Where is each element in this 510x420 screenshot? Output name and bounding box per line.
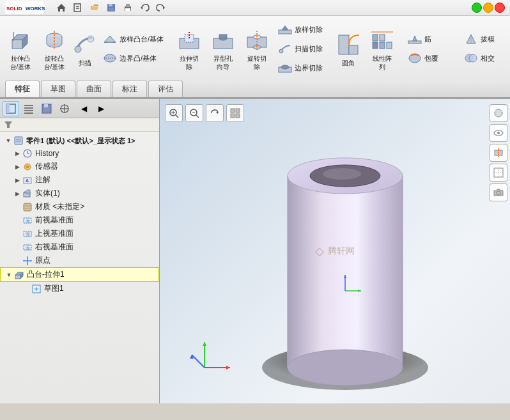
undo-button[interactable] [137, 0, 152, 15]
right-plane-icon: 面 [22, 242, 33, 253]
loft-group: 放样凸台/基体 边界凸/基体 [99, 23, 167, 74]
revolve-boss-icon [42, 27, 67, 53]
svg-rect-36 [219, 35, 227, 38]
tree-front-plane-item[interactable]: ▶ 面 前视基准面 [0, 214, 159, 227]
svg-rect-12 [125, 8, 130, 11]
tree-root-item[interactable]: ▼ 零件1 (默认) <<默认>_显示状态 1> [0, 134, 159, 147]
panel-back-button[interactable]: ◀ [75, 101, 92, 116]
3d-viewport[interactable]: ◇ 腾轩网 [160, 99, 510, 403]
svg-text:面: 面 [26, 232, 30, 237]
sensor-icon [22, 162, 33, 172]
svg-marker-28 [104, 36, 116, 42]
tree-right-plane-item[interactable]: ▶ 面 右视基准面 [0, 240, 159, 254]
minimize-button[interactable] [472, 3, 482, 13]
extrude-boss-icon [8, 27, 33, 53]
annotation-icon: A [22, 175, 33, 185]
svg-point-60 [469, 54, 477, 62]
svg-point-91 [26, 166, 29, 168]
hole-wizard-button[interactable]: 异型孔向导 [206, 23, 240, 74]
svg-rect-72 [6, 104, 10, 113]
save-button[interactable] [104, 0, 119, 15]
intersect-button[interactable]: 相交 [460, 49, 510, 67]
hole-wizard-label: 异型孔向导 [213, 54, 233, 71]
fillet-label: 圆角 [342, 59, 355, 67]
sketch1-icon [31, 284, 42, 294]
revolve-cut-button[interactable]: 旋转切除 [240, 23, 274, 74]
filter-icon [4, 120, 13, 129]
sweep-cut-button[interactable]: 扫描切除 [274, 40, 327, 58]
maximize-button[interactable] [483, 3, 493, 13]
panel-list-button[interactable] [20, 101, 37, 116]
tree-top-plane-item[interactable]: ▶ 面 上视基准面 [0, 227, 159, 240]
extrude-cut-label: 拉伸切除 [180, 54, 199, 71]
new-button[interactable] [70, 0, 86, 15]
print-button[interactable] [120, 0, 135, 15]
tree-annotation-item[interactable]: ▶ A 注解 [0, 173, 159, 187]
svg-rect-50 [387, 42, 392, 49]
boundary-cut-button[interactable]: 边界切除 [274, 59, 327, 77]
svg-rect-8 [109, 4, 112, 6]
tab-surface[interactable]: 曲面 [77, 81, 111, 97]
svg-marker-42 [282, 26, 288, 30]
panel-nav-buttons: ◀ ▶ [75, 101, 109, 116]
svg-marker-144 [226, 366, 230, 369]
tree-origin-item[interactable]: ▶ 原点 [0, 254, 159, 267]
panel-forward-button[interactable]: ▶ [93, 101, 109, 116]
svg-rect-46 [339, 35, 349, 54]
tree-solid-item[interactable]: ▶ 实体(1) [0, 187, 159, 200]
tree-sensor-item[interactable]: ▶ 传感器 [0, 160, 159, 173]
window-controls [472, 3, 505, 13]
svg-rect-48 [373, 42, 378, 49]
svg-rect-15 [12, 40, 22, 49]
rib-button[interactable]: 筋 [404, 30, 455, 48]
loft-button[interactable]: 放样凸台/基体 [99, 30, 167, 48]
svg-marker-146 [203, 342, 206, 346]
linear-pattern-button[interactable]: 线性阵列 [366, 23, 399, 74]
top-plane-icon: 面 [22, 229, 33, 239]
svg-marker-55 [413, 36, 417, 41]
svg-rect-54 [408, 41, 421, 43]
wrap-icon [408, 51, 422, 65]
boundary-button[interactable]: 边界凸/基体 [99, 49, 167, 67]
extrude-cut-button[interactable]: 拉伸切除 [173, 23, 206, 74]
tree-extrude1-item[interactable]: ▼ 凸台-拉伸1 [0, 267, 159, 282]
panel-save-button[interactable] [38, 101, 55, 116]
svg-marker-13 [141, 6, 143, 10]
sweep-button[interactable]: 扫描 [72, 23, 98, 74]
tree-history-item[interactable]: ▶ History [0, 147, 159, 160]
svg-rect-78 [44, 104, 48, 107]
svg-rect-52 [380, 35, 385, 41]
panel-crosshair-button[interactable] [56, 101, 73, 116]
svg-text:面: 面 [26, 245, 30, 250]
draft-icon [464, 32, 478, 46]
extrude-boss-button[interactable]: 拉伸凸 台/基体 [4, 23, 37, 74]
open-button[interactable] [87, 0, 102, 15]
app-logo: SOLID WORKS [5, 1, 43, 14]
tab-sketch[interactable]: 草图 [41, 81, 75, 97]
tab-features[interactable]: 特征 [5, 81, 40, 97]
solid-icon [22, 189, 33, 199]
tab-annotation[interactable]: 标注 [112, 81, 147, 97]
home-button[interactable] [54, 0, 69, 15]
draft-button[interactable]: 拔模 [460, 30, 510, 48]
revolve-boss-button[interactable]: 旋转凸台/基体 [38, 23, 71, 74]
wrap-button[interactable]: 包覆 [404, 49, 455, 67]
svg-rect-11 [126, 4, 130, 7]
loft-cut-button[interactable]: 放样切除 [274, 20, 327, 38]
svg-point-45 [281, 65, 289, 69]
tree-sketch1-item[interactable]: ▶ 草图1 [0, 282, 159, 295]
svg-point-142 [323, 168, 361, 180]
history-icon [22, 148, 33, 159]
material-icon [22, 202, 33, 212]
tab-evaluate[interactable]: 评估 [148, 81, 183, 97]
intersect-icon [464, 51, 478, 65]
svg-marker-3 [57, 4, 66, 12]
fillet-button[interactable]: 圆角 [332, 23, 365, 74]
tree-material-item[interactable]: ▶ 材质 <未指定> [0, 200, 159, 214]
panel-view-button[interactable] [3, 101, 19, 116]
close-button[interactable] [495, 3, 505, 13]
redo-button[interactable] [153, 0, 169, 15]
svg-rect-96 [24, 203, 31, 211]
cut-group: 放样切除 扫描切除 [274, 23, 327, 74]
svg-line-147 [192, 355, 205, 368]
